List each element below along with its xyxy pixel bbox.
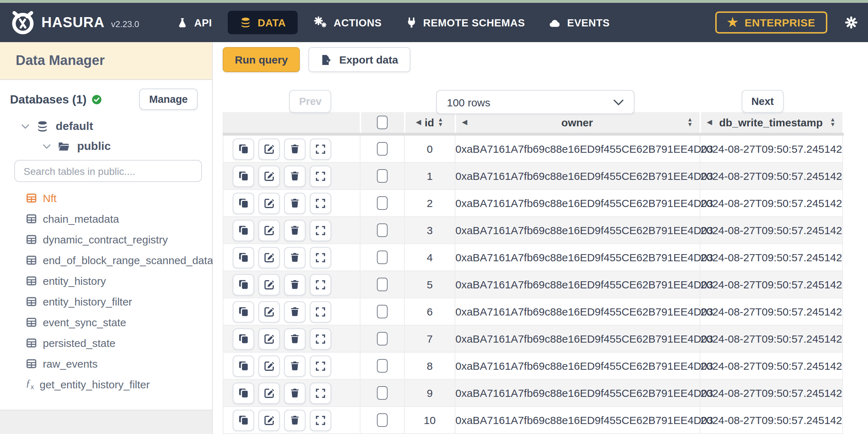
row-checkbox[interactable]	[377, 251, 388, 264]
row-checkbox[interactable]	[377, 278, 388, 292]
edit-row-button[interactable]	[258, 382, 280, 404]
sidebar-table-item[interactable]: ƒx entity_history_filter	[26, 291, 212, 312]
nav-item-remote-schemas[interactable]: REMOTE SCHEMAS	[394, 3, 537, 42]
edit-row-button[interactable]	[258, 219, 280, 241]
hasura-logo-icon[interactable]	[10, 10, 36, 35]
export-data-button[interactable]: Export data	[308, 47, 410, 72]
row-checkbox[interactable]	[377, 359, 388, 373]
next-page-button[interactable]: Next	[741, 90, 784, 113]
sort-icon[interactable]: ▲▼	[830, 118, 836, 127]
nav-item-data[interactable]: DATA	[228, 11, 298, 34]
tree-item-schema[interactable]: public	[0, 140, 212, 153]
expand-row-button[interactable]	[310, 328, 331, 349]
clone-row-button[interactable]	[233, 328, 254, 349]
delete-row-button[interactable]	[284, 138, 306, 160]
table-icon	[26, 213, 37, 224]
settings-gear-icon[interactable]	[844, 16, 858, 29]
row-checkbox[interactable]	[377, 142, 388, 156]
clone-row-button[interactable]	[233, 247, 254, 268]
expand-row-button[interactable]	[310, 382, 331, 404]
row-checkbox[interactable]	[377, 332, 388, 346]
search-tables-input[interactable]	[14, 160, 202, 182]
edit-row-button[interactable]	[258, 138, 280, 160]
sidebar-table-item[interactable]: ƒx end_of_block_range_scanned_data	[26, 250, 212, 271]
expand-row-button[interactable]	[310, 219, 331, 241]
column-header-db-write-timestamp[interactable]: ◀ db_write_timestamp ▲▼	[700, 112, 843, 134]
edit-row-button[interactable]	[258, 301, 280, 322]
edit-row-button[interactable]	[258, 192, 280, 214]
expand-row-button[interactable]	[310, 138, 331, 160]
delete-row-button[interactable]	[284, 274, 306, 295]
sidebar-table-item[interactable]: ƒx get_entity_history_filter	[26, 374, 212, 395]
select-all-checkbox[interactable]	[377, 116, 388, 130]
clone-row-button[interactable]	[233, 382, 254, 404]
delete-row-button[interactable]	[284, 328, 306, 349]
clone-row-button[interactable]	[233, 409, 254, 431]
enterprise-button[interactable]: ★ ENTERPRISE	[715, 11, 827, 34]
move-column-left-icon[interactable]: ◀	[462, 119, 467, 126]
row-checkbox[interactable]	[377, 414, 388, 427]
delete-row-button[interactable]	[284, 219, 306, 241]
move-column-left-icon[interactable]: ◀	[707, 119, 712, 126]
delete-row-button[interactable]	[284, 165, 306, 187]
cell-db-write-timestamp: 2024-08-27T09:50:57.245142	[700, 271, 843, 298]
delete-row-button[interactable]	[284, 301, 306, 322]
delete-row-button[interactable]	[284, 355, 306, 377]
clone-row-button[interactable]	[233, 355, 254, 377]
edit-row-button[interactable]	[258, 355, 280, 377]
table-row: 4 0xaBA7161A7fb69c88e16ED9f455CE62B791EE…	[223, 244, 843, 271]
clone-row-button[interactable]	[233, 138, 254, 160]
edit-row-button[interactable]	[258, 247, 280, 268]
clone-row-button[interactable]	[233, 219, 254, 241]
sidebar-table-item[interactable]: ƒx raw_events	[26, 353, 212, 374]
expand-row-button[interactable]	[310, 274, 331, 295]
sidebar-table-item[interactable]: ƒx Nft	[26, 188, 212, 208]
delete-row-button[interactable]	[284, 247, 306, 268]
manage-button[interactable]: Manage	[139, 89, 198, 110]
edit-row-button[interactable]	[258, 328, 280, 349]
sidebar-table-item[interactable]: ƒx event_sync_state	[26, 312, 212, 333]
delete-row-button[interactable]	[284, 192, 306, 214]
sidebar-table-item[interactable]: ƒx entity_history	[26, 271, 212, 291]
sidebar-table-item[interactable]: ƒx dynamic_contract_registry	[26, 229, 212, 250]
sidebar-table-item[interactable]: ƒx chain_metadata	[26, 208, 212, 229]
row-checkbox[interactable]	[377, 387, 388, 400]
expand-row-button[interactable]	[310, 165, 331, 187]
clone-row-button[interactable]	[233, 165, 254, 187]
expand-row-button[interactable]	[310, 355, 331, 377]
prev-page-button[interactable]: Prev	[289, 90, 332, 113]
clone-row-button[interactable]	[233, 301, 254, 322]
nav-label: REMOTE SCHEMAS	[423, 17, 525, 28]
clone-row-button[interactable]	[233, 274, 254, 295]
chevron-down-icon[interactable]	[21, 124, 29, 129]
column-header-id[interactable]: ◀ id ▲▼	[404, 112, 455, 134]
edit-row-button[interactable]	[258, 165, 280, 187]
expand-row-button[interactable]	[310, 409, 331, 431]
delete-row-button[interactable]	[284, 409, 306, 431]
row-checkbox[interactable]	[377, 170, 388, 183]
row-checkbox[interactable]	[377, 197, 388, 210]
delete-row-button[interactable]	[284, 382, 306, 404]
nav-item-actions[interactable]: ACTIONS	[302, 3, 394, 42]
expand-row-button[interactable]	[310, 301, 331, 322]
expand-row-button[interactable]	[310, 192, 331, 214]
sort-icon[interactable]: ▲▼	[438, 118, 443, 127]
clone-row-button[interactable]	[233, 192, 254, 214]
column-header-owner[interactable]: ◀ owner ▲▼	[455, 112, 700, 134]
edit-row-button[interactable]	[258, 409, 280, 431]
row-checkbox[interactable]	[377, 305, 388, 319]
expand-row-button[interactable]	[310, 247, 331, 268]
tree-item-database[interactable]: default	[0, 120, 212, 133]
edit-row-button[interactable]	[258, 274, 280, 295]
sort-icon[interactable]: ▲▼	[687, 118, 693, 127]
sidebar-table-item[interactable]: ƒx persisted_state	[26, 333, 212, 353]
chevron-down-icon[interactable]	[43, 144, 51, 149]
rows-per-page-select[interactable]: 100 rows	[436, 90, 635, 114]
move-column-left-icon[interactable]: ◀	[416, 119, 421, 126]
nav-item-api[interactable]: API	[165, 3, 224, 42]
row-checkbox[interactable]	[377, 224, 388, 237]
row-select-cell	[360, 407, 404, 434]
run-query-button[interactable]: Run query	[223, 47, 300, 72]
nav-item-events[interactable]: EVENTS	[537, 3, 622, 42]
database-icon	[240, 17, 251, 28]
